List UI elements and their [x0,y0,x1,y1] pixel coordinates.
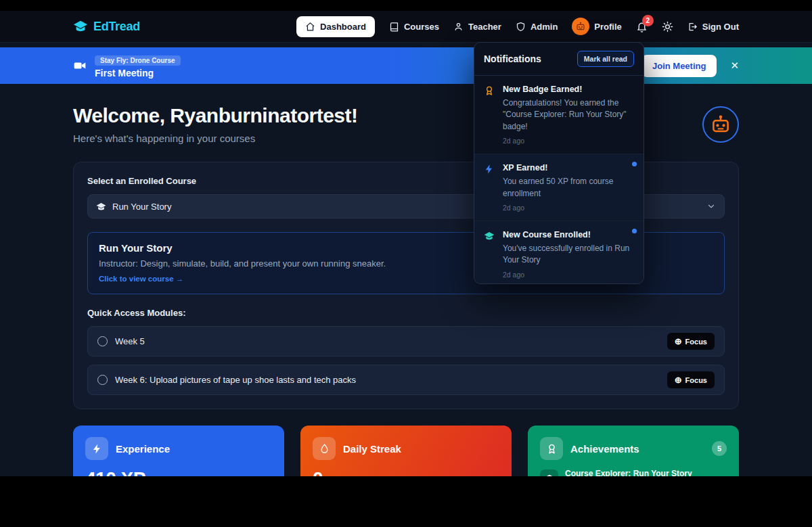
course-select-value: Run Your Story [112,202,171,212]
achievements-title: Achievements [570,443,639,455]
bolt-icon [484,163,496,212]
focus-button[interactable]: ⊕ Focus [667,371,715,388]
stats-row: Experience 410 XP Level 5 Level 5 410/50… [73,426,739,476]
circle-icon [97,375,108,385]
chevron-down-icon [706,202,716,211]
course-tag: Stay Fly: Drone Course [95,55,181,66]
notification-count-badge: 2 [642,15,654,26]
sun-icon [662,21,673,32]
sign-out-icon [687,22,698,32]
home-icon [305,22,315,32]
notification-item[interactable]: New Course Enrolled! You've successfully… [474,221,644,284]
nav-courses-label: Courses [404,22,439,32]
page-title: Welcome, Ryanburninatortest! [73,104,358,127]
nav-admin-label: Admin [531,22,558,32]
circled-plus-icon: ⊕ [675,375,682,384]
award-icon [540,437,563,460]
notification-body: You've successfully enrolled in Run Your… [503,243,634,267]
achievement-item: Course Explorer: Run Your Story 3/30/202… [540,469,727,476]
main-content: Welcome, Ryanburninatortest! Here's what… [0,84,812,476]
notification-time: 2d ago [503,204,634,212]
nav-profile-label: Profile [594,22,621,32]
notification-title: XP Earned! [503,163,634,173]
bolt-icon [85,437,108,460]
shield-icon [516,22,526,32]
video-camera-icon [73,59,87,72]
notification-title: New Badge Earned! [503,85,634,94]
notification-time: 2d ago [503,271,634,279]
nav-menu: Dashboard Courses Teacher [296,16,739,37]
xp-value: 410 XP [85,468,272,476]
nav-dashboard[interactable]: Dashboard [296,16,375,37]
view-course-link[interactable]: Click to view course → [99,275,183,283]
theme-toggle-button[interactable] [662,21,673,32]
graduation-cap-icon [484,230,496,279]
person-icon [453,22,464,32]
graduation-cap-icon [73,19,88,34]
notification-body: You earned 50 XP from course enrollment [503,176,634,200]
module-row-week5[interactable]: Week 5 ⊕ Focus [87,326,725,357]
notifications-title: Notifications [484,53,541,64]
module-title: Week 5 [115,336,145,346]
nav-admin[interactable]: Admin [516,22,558,32]
module-row-week6[interactable]: Week 6: Upload pictures of tape up shoe … [87,365,725,395]
nav-profile[interactable]: Profile [572,18,621,35]
top-navbar: EdTread Dashboard Courses [0,11,812,43]
brand-logo[interactable]: EdTread [73,19,140,34]
graduation-cap-icon [540,469,558,477]
notification-item[interactable]: New Badge Earned! Congratulations! You e… [474,76,644,154]
focus-label: Focus [685,338,707,346]
circled-plus-icon: ⊕ [675,337,682,346]
experience-card: Experience 410 XP Level 5 Level 5 410/50… [73,426,284,476]
nav-teacher-label: Teacher [468,22,501,32]
mark-all-read-button[interactable]: Mark all read [577,51,634,67]
achievement-title: Course Explorer: Run Your Story [565,469,692,476]
notification-time: 2d ago [503,137,634,145]
graduation-cap-icon [96,202,106,212]
robot-avatar-icon [572,18,589,35]
nav-courses[interactable]: Courses [389,22,439,32]
meeting-banner: Stay Fly: Drone Course First Meeting Joi… [0,47,812,84]
focus-button[interactable]: ⊕ Focus [667,333,715,350]
notifications-panel: Notifications Mark all read New Badge Ea… [474,42,644,284]
daily-streak-card: Daily Streak 0 Days in a row [300,426,512,476]
award-icon [484,85,496,145]
unread-dot [632,162,637,166]
achievements-card: Achievements 5 Course Explorer: Run Your… [528,426,739,476]
book-icon [389,22,399,32]
flame-icon [313,437,336,460]
notification-item[interactable]: XP Earned! You earned 50 XP from course … [474,154,644,221]
close-banner-icon[interactable]: ✕ [730,60,739,72]
notification-title: New Course Enrolled! [503,230,634,239]
streak-value: 0 [313,468,499,476]
page-subtitle: Here's what's happening in your courses [73,133,358,144]
nav-teacher[interactable]: Teacher [453,22,501,32]
user-avatar[interactable] [702,106,739,143]
achievements-count-badge: 5 [712,441,727,456]
module-title: Week 6: Upload pictures of tape up shoe … [115,375,356,385]
sign-out-label: Sign Out [702,22,739,32]
modules-label: Quick Access Modules: [87,308,725,318]
experience-title: Experience [116,443,170,455]
focus-label: Focus [685,376,707,384]
streak-title: Daily Streak [343,443,401,455]
app-screen: EdTread Dashboard Courses [0,11,812,476]
unread-dot [632,229,637,233]
notification-body: Congratulations! You earned the "Course … [503,97,634,133]
circle-icon [97,336,108,346]
meeting-title: First Meeting [95,68,181,78]
brand-name: EdTread [93,20,140,34]
join-meeting-button[interactable]: Join Meeting [641,55,717,77]
notifications-bell-button[interactable]: 2 [636,21,648,32]
nav-dashboard-label: Dashboard [320,22,366,32]
sign-out-button[interactable]: Sign Out [687,22,739,32]
